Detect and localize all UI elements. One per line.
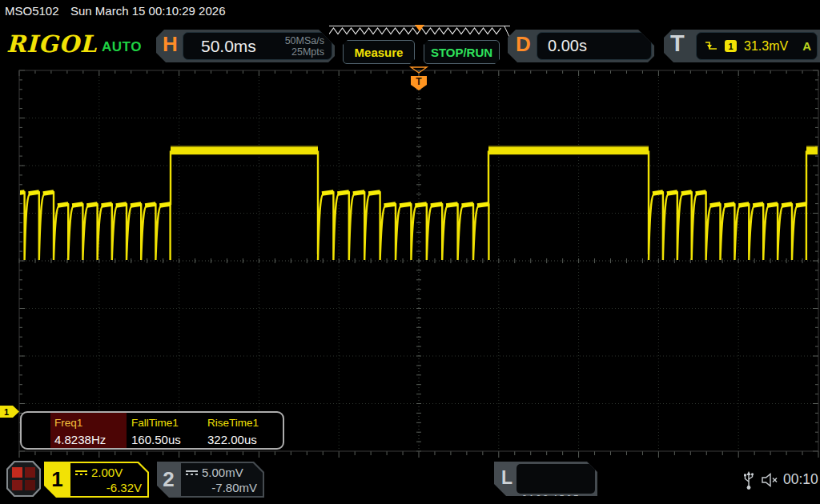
svg-text:1: 1: [4, 407, 9, 417]
digital-channels-label: L: [501, 467, 512, 489]
preview-trigger-marker-icon[interactable]: [415, 25, 424, 31]
measure-button[interactable]: Measure: [343, 40, 415, 64]
measurement-value: 4.8238Hz: [54, 433, 127, 446]
menu-grid-button[interactable]: [6, 461, 41, 497]
measurement-label: Freq1: [54, 418, 127, 429]
rigol-logo: RIGOL: [6, 30, 97, 58]
sample-rate: 50MSa/s: [285, 35, 324, 46]
measurement-value: 160.50us: [131, 433, 206, 446]
measurement-value: 322.00us: [207, 433, 282, 446]
trigger-inner-panel: 1 31.3mV A: [696, 32, 818, 60]
delay-value: 0.00s: [548, 37, 587, 55]
channel-1-widget[interactable]: 1 2.00V -6.32V: [44, 462, 149, 498]
horizontal-timebase-panel[interactable]: H 50.0ms 50MSa/s 25Mpts: [156, 30, 335, 62]
falling-edge-trigger-icon: [705, 41, 718, 52]
stop-run-button-label: STOP/RUN: [431, 46, 492, 59]
channel-2-scale: 5.00mV: [202, 465, 243, 480]
digital-channels-list: 0 1 2 3 4 5 6 7 8 9 1011 12131415: [517, 464, 595, 494]
usb-icon: [743, 470, 754, 491]
measurement-freq[interactable]: Freq1 4.8238Hz: [50, 413, 127, 448]
channel-2-values: 5.00mV -7.80mV: [181, 463, 263, 496]
oscilloscope-screen: { "status_bar": {"model": "MSO5102", "da…: [0, 0, 820, 504]
acquire-mode-badge: AUTO: [102, 39, 142, 55]
dc-coupling-icon: [186, 470, 198, 475]
measure-button-label: Measure: [355, 46, 404, 59]
delay-panel[interactable]: D 0.00s: [508, 30, 654, 62]
measurement-falltime[interactable]: FallTime1 160.50us: [130, 413, 206, 448]
dc-coupling-icon: [75, 470, 87, 475]
digital-channels-widget[interactable]: L 0 1 2 3 4 5 6 7 8 9 1011 12131415: [494, 462, 597, 496]
horizontal-label: H: [163, 32, 178, 57]
measurement-risetime[interactable]: RiseTime1 322.00us: [206, 413, 282, 448]
ch1-ground-marker-icon[interactable]: 1: [0, 405, 20, 418]
measurement-results-box[interactable]: Freq1 4.8238Hz FallTime1 160.50us RiseTi…: [20, 411, 284, 450]
trigger-source-badge: 1: [725, 40, 737, 52]
timebase-value: 50.0ms: [201, 37, 256, 56]
memory-depth: 25Mpts: [285, 46, 324, 58]
menu-grid-icon: [8, 462, 39, 495]
trigger-position-marker-icon[interactable]: T: [408, 66, 430, 92]
trigger-label: T: [670, 30, 685, 57]
channel-1-values: 2.00V -6.32V: [70, 463, 147, 496]
datetime-label: Sun March 15 00:10:29 2026: [70, 4, 225, 18]
svg-text:T: T: [416, 76, 422, 87]
measurement-label: RiseTime1: [207, 418, 282, 429]
measurement-label: FallTime1: [131, 418, 206, 429]
channel-1-offset: -6.32V: [75, 480, 142, 495]
channel-2-offset: -7.80mV: [186, 480, 257, 495]
channel-2-widget[interactable]: 2 5.00mV -7.80mV: [157, 462, 264, 498]
trigger-level-value: 31.3mV: [744, 39, 788, 54]
channel-1-scale: 2.00V: [91, 465, 123, 480]
trigger-panel[interactable]: T 1 31.3mV A: [664, 30, 820, 62]
stop-run-button[interactable]: STOP/RUN: [424, 40, 500, 64]
delay-label: D: [516, 32, 531, 57]
trigger-sweep-mode: A: [802, 39, 811, 53]
delay-inner-panel: 0.00s: [537, 32, 652, 60]
status-bar: MSO5102 Sun March 15 00:10:29 2026: [0, 0, 820, 22]
horizontal-inner-panel: 50.0ms 50MSa/s 25Mpts: [183, 32, 332, 60]
sample-rate-block: 50MSa/s 25Mpts: [285, 35, 324, 58]
model-name: MSO5102: [5, 4, 59, 18]
speaker-muted-icon: [761, 472, 780, 488]
runtime-clock: 00:10: [783, 471, 818, 488]
